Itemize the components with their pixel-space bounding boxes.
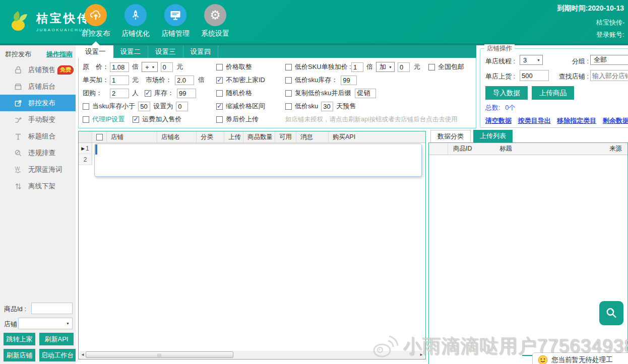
low-sku-factor-input[interactable] <box>351 62 363 72</box>
low-sku-stock-checkbox[interactable] <box>285 77 292 84</box>
low-sku-op-select[interactable]: 加▼ <box>376 62 395 72</box>
tab-upload-list[interactable]: 上传列表 <box>473 130 513 142</box>
row-number-1[interactable]: ▶ 1 <box>79 143 92 154</box>
scrollbar-thumb[interactable]: ||| <box>86 351 233 358</box>
horizontal-scrollbar[interactable]: ◄ ||| ► <box>79 351 425 358</box>
login-account-text: 登录账号: <box>596 30 624 39</box>
authorization-hint: 如店铺未授权，请点击刷新api按钮或者去店铺后台点击去使用 <box>285 115 458 124</box>
nav-item-shop-optimize[interactable]: 店铺优化 <box>117 4 154 38</box>
tab-settings-2[interactable]: 设置二 <box>113 45 149 58</box>
row-number-2[interactable]: 2 <box>79 154 92 165</box>
price-round-checkbox[interactable] <box>216 64 223 70</box>
low-sku-stock-input[interactable] <box>341 76 357 85</box>
sku-set-value-input[interactable] <box>176 102 188 111</box>
refresh-shop-button[interactable]: 刷新店铺 <box>4 349 35 361</box>
search-fab[interactable] <box>599 301 623 325</box>
product-id-input[interactable] <box>31 303 73 314</box>
group-select[interactable]: 全部▼ <box>590 55 628 65</box>
orig-price-add-input[interactable] <box>161 62 173 72</box>
jump-to-supplier-button[interactable]: 跳转上家 <box>4 333 35 345</box>
shop-select[interactable]: ▼ <box>18 318 73 329</box>
shops-table-header: 店铺 店铺名 分类 上传 商品数量 可用 消息 购买API <box>79 131 425 143</box>
per-shop-upload-input[interactable] <box>520 70 549 81</box>
notification-popup[interactable]: 您当前暂无待处理工 <box>532 352 628 364</box>
find-shop-input[interactable] <box>590 70 628 81</box>
active-nav-indicator <box>92 41 100 45</box>
no-encrypt-id-checkbox[interactable]: ✓ <box>216 77 223 84</box>
random-price-checkbox[interactable] <box>216 90 223 97</box>
single-buy-label: 单买加： <box>83 76 110 85</box>
copy-low-sku-label: 复制低价sku并后缀 <box>295 89 351 98</box>
import-data-button[interactable]: 导入数据 <box>485 86 528 100</box>
proxy-ip-checkbox[interactable] <box>83 116 89 123</box>
sidebar-item-title-combine[interactable]: 标题组合 <box>0 128 76 144</box>
sku-min-checkbox[interactable] <box>83 103 89 110</box>
col-source: 来源 <box>604 143 627 155</box>
guide-link[interactable]: 操作指南 <box>46 50 73 59</box>
thread-select[interactable]: 3▼ <box>520 55 543 65</box>
freight-checkbox[interactable]: ✓ <box>133 116 139 123</box>
scroll-left-arrow[interactable]: ◄ <box>79 352 86 357</box>
stock-checkbox[interactable]: ✓ <box>145 90 151 97</box>
col-product-count: 商品数量 <box>243 131 275 142</box>
export-remaining-link[interactable]: 剩余数据导出 <box>603 117 628 124</box>
shrink-price-range-checkbox[interactable]: ✓ <box>216 103 223 110</box>
market-price-input[interactable] <box>175 76 194 85</box>
tab-settings-1[interactable]: 设置一 <box>78 45 113 58</box>
low-sku-presale-days-input[interactable] <box>321 102 333 111</box>
orig-price-factor-input[interactable] <box>110 62 129 72</box>
nav-item-system-settings[interactable]: ⚙ 系统设置 <box>197 4 233 38</box>
coupon-price-upload-checkbox[interactable] <box>216 116 223 123</box>
sidebar-item-shop-presale[interactable]: 店铺预售 免费 <box>0 61 76 78</box>
single-buy-input[interactable] <box>110 76 129 85</box>
chevron-down-icon: ▼ <box>389 65 392 69</box>
logo-leaf-icon <box>6 8 32 34</box>
sidebar-item-manual-fission[interactable]: 手动裂变 <box>0 111 76 128</box>
low-sku-stock-label: 低价sku库存： <box>295 76 338 85</box>
export-by-category-link[interactable]: 按类目导出 <box>518 117 551 124</box>
group-buy-input[interactable] <box>110 89 129 98</box>
low-sku-presale-checkbox[interactable] <box>285 103 292 110</box>
sku-min-threshold-input[interactable] <box>138 102 150 111</box>
upload-product-button[interactable]: 上传商品 <box>532 86 574 100</box>
svg-text:W: W <box>15 166 20 171</box>
low-sku-price-checkbox[interactable] <box>285 64 292 70</box>
title-icon <box>14 132 23 141</box>
clear-data-link[interactable]: 清空数据 <box>485 117 512 124</box>
sidebar-item-group-publish[interactable]: 群控发布 <box>0 95 76 111</box>
copy-low-sku-checkbox[interactable] <box>285 90 292 97</box>
scroll-right-arrow[interactable]: ► <box>418 352 425 357</box>
copy-low-sku-suffix-input[interactable] <box>355 89 376 98</box>
smiley-icon <box>538 355 548 364</box>
select-all-checkbox[interactable] <box>96 134 103 140</box>
orig-price-op-select[interactable]: +▼ <box>142 62 158 72</box>
publish-icon <box>14 99 23 108</box>
sidebar-title: 群控发布 <box>5 50 31 59</box>
settings-panel: 设置一 设置二 设置三 设置四 原 价： 倍 +▼ 元 单买加： 元 <box>78 45 476 128</box>
low-sku-presale-label: 低价sku <box>295 102 318 111</box>
refresh-api-button[interactable]: 刷新API <box>39 333 74 345</box>
low-sku-add-input[interactable] <box>398 62 410 72</box>
sidebar-item-violation-check[interactable]: 违规排查 <box>0 144 76 161</box>
shop-label: 店铺 <box>4 320 17 329</box>
col-buy-api: 购买API <box>329 131 425 142</box>
sidebar-item-blue-ocean-words[interactable]: W 无限蓝海词 <box>0 161 76 178</box>
tab-settings-3[interactable]: 设置三 <box>148 45 183 58</box>
sidebar-item-shop-backend[interactable]: 店铺后台 <box>0 78 76 95</box>
sidebar: 群控发布 操作指南 店铺预售 免费 店铺后台 <box>0 45 76 364</box>
tab-settings-4[interactable]: 设置四 <box>183 45 219 58</box>
orig-price-label: 原 价： <box>83 62 110 71</box>
shops-table: 店铺 店铺名 分类 上传 商品数量 可用 消息 购买API ▶ 1 2 ◄ ||… <box>78 131 426 359</box>
col-upload: 上传 <box>224 131 243 142</box>
tab-data-category[interactable]: 数据分类 <box>430 130 471 142</box>
sidebar-item-offline-delist[interactable]: 离线下架 <box>0 178 76 194</box>
stock-input[interactable] <box>177 89 196 98</box>
lock-icon <box>14 65 23 75</box>
nav-item-group-publish[interactable]: 群控发布 <box>78 4 114 38</box>
nav-item-shop-manage[interactable]: 店铺管理 <box>157 4 194 38</box>
find-shop-label: 查找店铺 : <box>551 72 589 81</box>
remove-category-link[interactable]: 移除指定类目 <box>557 117 596 124</box>
free-badge: 免费 <box>57 65 74 75</box>
start-workbench-button[interactable]: 启动工作台 <box>39 349 76 361</box>
free-shipping-checkbox[interactable] <box>428 64 435 70</box>
